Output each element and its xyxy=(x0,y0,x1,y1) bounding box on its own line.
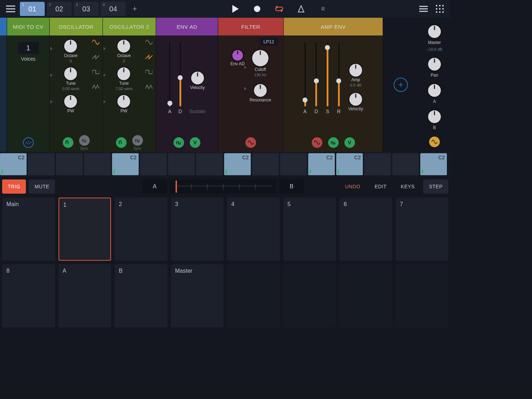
scene-4[interactable]: 404 xyxy=(101,2,126,16)
tune-knob[interactable] xyxy=(64,67,77,80)
decay-slider[interactable] xyxy=(180,43,181,106)
add-module-button[interactable]: + xyxy=(394,78,408,92)
clip-slot[interactable]: C2 xyxy=(336,153,363,175)
osc-out-icon[interactable] xyxy=(116,137,127,148)
loop-icon[interactable] xyxy=(273,3,285,15)
wave-saw-icon[interactable] xyxy=(145,54,153,60)
pad-4[interactable]: 4 xyxy=(227,198,280,261)
tune-knob[interactable] xyxy=(117,67,130,80)
sync-icon[interactable] xyxy=(132,135,143,146)
pad-empty[interactable] xyxy=(339,264,392,327)
keys-button[interactable]: KEYS xyxy=(395,179,420,194)
pad-main[interactable]: Main xyxy=(2,198,55,261)
clip-slot[interactable]: C2 xyxy=(224,153,251,175)
edit-button[interactable]: EDIT xyxy=(369,179,392,194)
pad-8[interactable]: 8 xyxy=(2,264,55,327)
env-amount-knob[interactable] xyxy=(232,50,243,61)
velocity-knob[interactable] xyxy=(349,93,362,106)
release-slider[interactable] xyxy=(338,43,339,106)
pad-1[interactable]: 1 xyxy=(59,198,111,261)
pad-master[interactable]: Master xyxy=(171,264,224,327)
voices-value[interactable]: 1 xyxy=(18,42,39,54)
zone-a[interactable]: A xyxy=(142,179,167,194)
filter-out-icon[interactable] xyxy=(245,137,256,148)
pad-b[interactable]: B xyxy=(115,264,167,327)
metronome-icon[interactable] xyxy=(295,3,307,15)
send-b-knob[interactable] xyxy=(428,110,441,123)
record-icon[interactable] xyxy=(251,3,263,15)
wave-square-icon[interactable] xyxy=(92,69,100,75)
rec-arm-label[interactable]: R xyxy=(317,3,329,15)
clip-slot[interactable] xyxy=(168,153,195,175)
clip-slot[interactable]: C2 xyxy=(308,153,335,175)
pad-empty[interactable] xyxy=(396,264,449,327)
clip-slot[interactable] xyxy=(140,153,167,175)
pad-empty[interactable] xyxy=(283,264,336,327)
trig-button[interactable]: TRIG xyxy=(2,179,26,194)
decay-slider[interactable] xyxy=(316,43,317,106)
velocity-knob[interactable] xyxy=(191,72,204,84)
octave-knob[interactable] xyxy=(64,40,77,52)
filter-type[interactable]: LP12 xyxy=(260,38,278,46)
clip-slot[interactable] xyxy=(28,153,55,175)
scene-3[interactable]: 303 xyxy=(74,2,99,16)
clip-slot[interactable] xyxy=(196,153,223,175)
pw-knob[interactable] xyxy=(117,95,130,108)
wave-sine-icon[interactable] xyxy=(145,39,153,45)
amp-out-pulse-icon[interactable] xyxy=(328,137,339,148)
amp-knob[interactable] xyxy=(349,64,362,77)
clip-slot[interactable] xyxy=(364,153,391,175)
cutoff-knob[interactable] xyxy=(252,50,268,66)
pan-knob[interactable] xyxy=(428,58,441,71)
zone-b[interactable]: B xyxy=(279,179,304,194)
resonance-knob[interactable] xyxy=(254,84,267,97)
clip-slot[interactable] xyxy=(392,153,419,175)
mute-button[interactable]: MUTE xyxy=(29,179,55,194)
clip-slot[interactable]: C2 xyxy=(112,153,139,175)
amp-out-sine-icon[interactable] xyxy=(312,137,322,148)
scene-add-button[interactable]: + xyxy=(128,2,142,16)
osc-out-icon[interactable] xyxy=(63,137,73,148)
wave-sine-icon[interactable] xyxy=(92,39,100,45)
wave-triangle-icon[interactable] xyxy=(92,84,100,90)
wave-saw-icon[interactable] xyxy=(92,54,100,60)
master-knob[interactable] xyxy=(428,25,441,38)
undo-button[interactable]: UNDO xyxy=(339,179,366,194)
pad-3[interactable]: 3 xyxy=(171,198,224,261)
pw-knob[interactable] xyxy=(64,95,77,108)
pad-empty[interactable] xyxy=(227,264,280,327)
list-view-icon[interactable] xyxy=(416,2,431,16)
module-note-in[interactable] xyxy=(0,18,7,152)
midi-out-icon[interactable] xyxy=(23,137,34,148)
pad-2[interactable]: 2 xyxy=(115,198,167,261)
sync-icon[interactable] xyxy=(79,135,90,146)
grid-view-icon[interactable] xyxy=(433,2,447,16)
crossfader[interactable] xyxy=(170,179,276,194)
velocity-out-icon[interactable]: V xyxy=(344,137,355,148)
env-out-icon[interactable] xyxy=(173,137,184,148)
menu-icon[interactable] xyxy=(4,2,18,16)
clip-slot[interactable]: C2 xyxy=(0,153,27,175)
clip-slot[interactable]: C2 xyxy=(420,153,447,175)
scene-1[interactable]: 101 xyxy=(20,2,45,16)
velocity-out-icon[interactable]: V xyxy=(190,137,200,148)
attack-slider[interactable] xyxy=(169,43,170,106)
clip-slot[interactable] xyxy=(252,153,279,175)
octave-knob[interactable] xyxy=(117,40,130,52)
clip-slot[interactable] xyxy=(84,153,111,175)
pad-a[interactable]: A xyxy=(59,264,111,327)
play-icon[interactable] xyxy=(229,3,241,15)
pad-6[interactable]: 6 xyxy=(339,198,392,261)
pad-5[interactable]: 5 xyxy=(283,198,336,261)
sustain-slider[interactable] xyxy=(327,43,328,106)
clip-slot[interactable] xyxy=(56,153,83,175)
scene-2[interactable]: 202 xyxy=(47,2,72,16)
wave-square-icon[interactable] xyxy=(145,69,153,75)
attack-slider[interactable] xyxy=(305,43,306,106)
master-out-icon[interactable] xyxy=(429,137,440,147)
send-a-knob[interactable] xyxy=(428,84,441,97)
clip-slot[interactable] xyxy=(280,153,307,175)
wave-triangle-icon[interactable] xyxy=(145,84,153,90)
pad-7[interactable]: 7 xyxy=(396,198,449,261)
step-button[interactable]: STEP xyxy=(423,179,448,194)
